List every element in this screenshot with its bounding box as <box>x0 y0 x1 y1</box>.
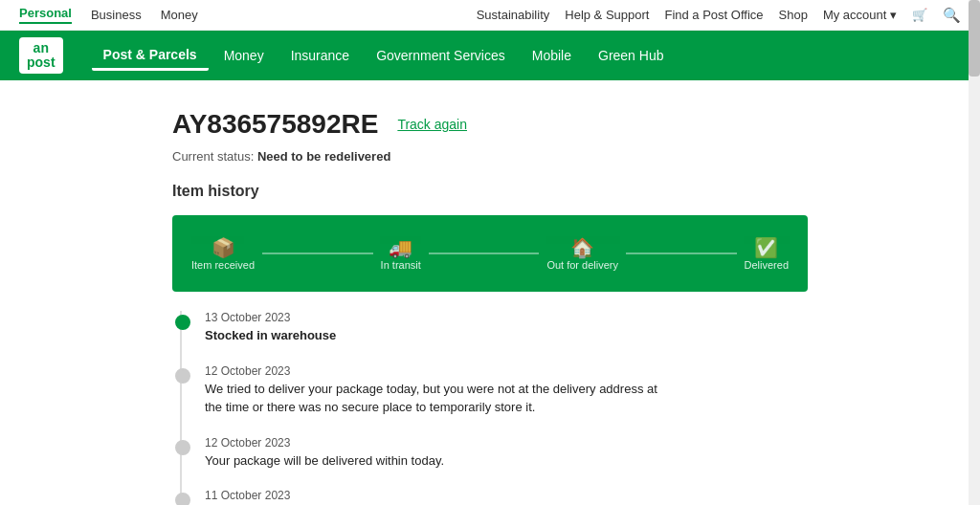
scrollbar[interactable] <box>969 0 980 505</box>
top-nav-help[interactable]: Help & Support <box>565 8 649 22</box>
tracker-step-received: 📦 Item received <box>191 236 255 271</box>
tracker-step-delivered: ✅ Delivered <box>745 236 789 271</box>
top-nav-my-account[interactable]: My account ▾ <box>823 8 897 22</box>
history-item: 11 October 2023Your package is currently… <box>182 489 808 505</box>
cart-icon[interactable]: 🛒 <box>912 8 927 22</box>
top-nav-money[interactable]: Money <box>161 8 198 22</box>
history-item: 13 October 2023Stocked in warehouse <box>182 311 808 364</box>
history-date: 13 October 2023 <box>205 311 808 324</box>
search-button[interactable]: 🔍 <box>943 7 961 24</box>
top-nav-personal[interactable]: Personal <box>19 6 72 24</box>
current-status: Current status: Need to be redelivered <box>172 149 808 164</box>
top-navigation: Personal Business Money Sustainability H… <box>0 0 980 31</box>
tracker-line-2 <box>429 252 540 254</box>
tracker-steps-area: 📦 Item received 🚚 In transit 🏠 Out for d… <box>172 215 808 292</box>
top-nav-business[interactable]: Business <box>91 8 142 22</box>
history-description: We tried to deliver your package today, … <box>205 380 664 417</box>
history-item: 12 October 2023We tried to deliver your … <box>182 364 808 436</box>
top-nav-sustainability[interactable]: Sustainability <box>477 8 550 22</box>
nav-mobile[interactable]: Mobile <box>521 42 583 69</box>
tracker-step-delivery: 🏠 Out for delivery <box>546 236 618 271</box>
tracker-step-transit: 🚚 In transit <box>381 236 421 271</box>
history-description: Your package will be delivered within to… <box>205 451 664 471</box>
history-list: 13 October 2023Stocked in warehouse12 Oc… <box>180 311 808 505</box>
top-nav-find-post-office[interactable]: Find a Post Office <box>664 8 763 22</box>
top-nav-shop[interactable]: Shop <box>779 8 808 22</box>
current-status-value: Need to be redelivered <box>257 149 390 164</box>
nav-government-services[interactable]: Government Services <box>365 42 517 69</box>
tracker-line-3 <box>626 252 737 254</box>
item-history-title: Item history <box>172 183 808 200</box>
tracker-line-1 <box>262 252 373 254</box>
main-content: AY836575892RE Track again Current status… <box>0 80 980 505</box>
nav-money[interactable]: Money <box>212 42 276 69</box>
history-date: 12 October 2023 <box>205 436 808 450</box>
nav-insurance[interactable]: Insurance <box>279 42 361 69</box>
nav-green-hub[interactable]: Green Hub <box>587 42 675 69</box>
history-date: 11 October 2023 <box>205 489 808 502</box>
logo-line1: an <box>33 41 49 55</box>
tracking-number: AY836575892RE <box>172 109 378 140</box>
scrollbar-thumb[interactable] <box>969 0 980 77</box>
history-description: Stocked in warehouse <box>205 326 664 345</box>
logo-line2: post <box>27 55 56 70</box>
top-nav-right: Sustainability Help & Support Find a Pos… <box>477 7 961 24</box>
history-date: 12 October 2023 <box>205 364 808 378</box>
main-nav-links: Post & Parcels Money Insurance Governmen… <box>92 41 676 71</box>
track-again-link[interactable]: Track again <box>397 117 467 132</box>
anpost-logo[interactable]: an post <box>19 37 63 75</box>
main-navigation: an post Post & Parcels Money Insurance G… <box>0 31 980 80</box>
top-nav-links: Personal Business Money <box>19 6 477 24</box>
tracking-header: AY836575892RE Track again <box>172 109 808 140</box>
nav-post-parcels[interactable]: Post & Parcels <box>92 41 209 71</box>
history-item: 12 October 2023Your package will be deli… <box>182 436 808 490</box>
current-status-label: Current status: <box>172 149 254 164</box>
